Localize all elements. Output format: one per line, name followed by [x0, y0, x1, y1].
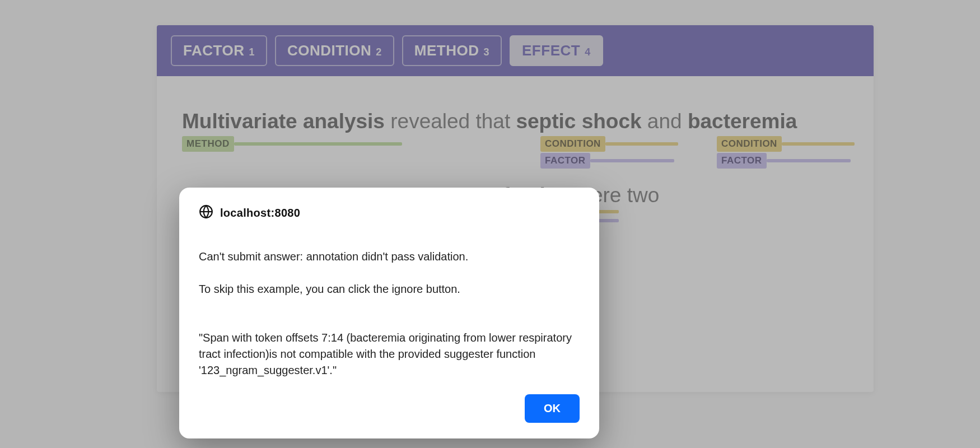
- dialog-footer: OK: [199, 394, 580, 423]
- dialog-header: localhost:8080: [199, 204, 580, 221]
- globe-icon: [199, 204, 213, 221]
- dialog-message: Can't submit answer: annotation didn't p…: [199, 232, 580, 379]
- alert-dialog: localhost:8080 Can't submit answer: anno…: [179, 188, 599, 438]
- dialog-host: localhost:8080: [220, 207, 300, 220]
- ok-button[interactable]: OK: [525, 394, 580, 423]
